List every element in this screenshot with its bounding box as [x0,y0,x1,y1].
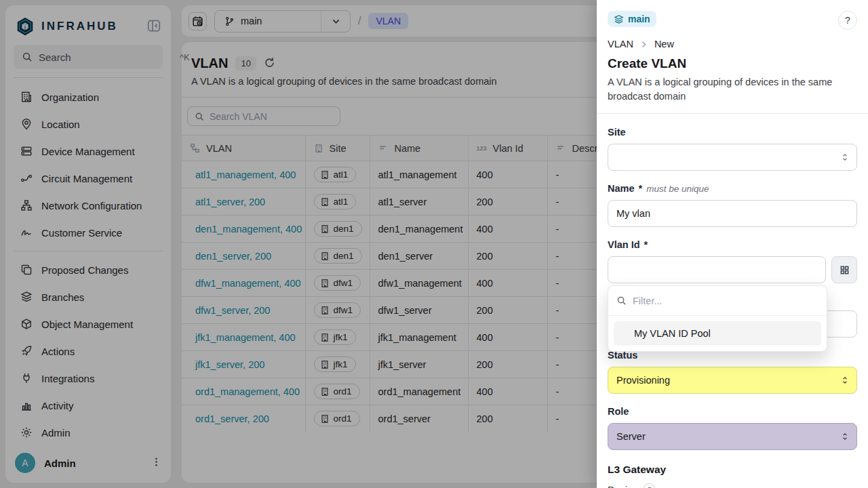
help-button[interactable]: ? [838,11,857,30]
create-vlan-form: Site Name * must be unique Vlan Id * [608,127,857,488]
role-select[interactable]: Server [608,423,857,450]
pool-selector-button[interactable] [831,256,857,283]
required-marker: * [644,239,648,250]
grid-pool-icon [840,265,850,275]
drawer-description: A VLAN is a logical grouping of devices … [608,75,845,104]
device-label: Device ? [608,483,857,488]
drawer-title: Create VLAN [608,56,857,71]
required-marker: * [639,183,643,194]
breadcrumb-current: New [654,39,674,49]
pool-dropdown: My VLAN ID Pool [608,285,827,352]
device-help-icon[interactable]: ? [643,483,656,488]
name-hint: must be unique [646,184,709,194]
pool-filter[interactable] [608,286,827,316]
site-label: Site [608,127,857,138]
l3-gateway-heading: L3 Gateway [608,464,857,476]
pool-option[interactable]: My VLAN ID Pool [614,321,821,346]
layers-icon [614,14,624,24]
branch-badge[interactable]: main [608,11,656,27]
name-input[interactable] [608,200,857,227]
search-icon [616,296,627,306]
branch-badge-label: main [628,14,650,24]
pool-filter-input[interactable] [633,296,818,306]
site-select[interactable] [608,144,857,171]
drawer-breadcrumb: VLAN New [608,39,857,49]
status-select[interactable]: Provisioning [608,367,857,394]
breadcrumb-parent[interactable]: VLAN [608,39,633,49]
create-vlan-drawer: main ? VLAN New Create VLAN A VLAN is a … [597,0,868,488]
vlan-id-label: Vlan Id * [608,239,857,250]
divider [597,113,868,114]
name-label: Name * must be unique [608,183,857,194]
vlan-id-input[interactable] [608,256,826,283]
role-label: Role [608,406,857,417]
chevron-right-icon [639,40,648,49]
modal-overlay[interactable] [0,0,597,488]
